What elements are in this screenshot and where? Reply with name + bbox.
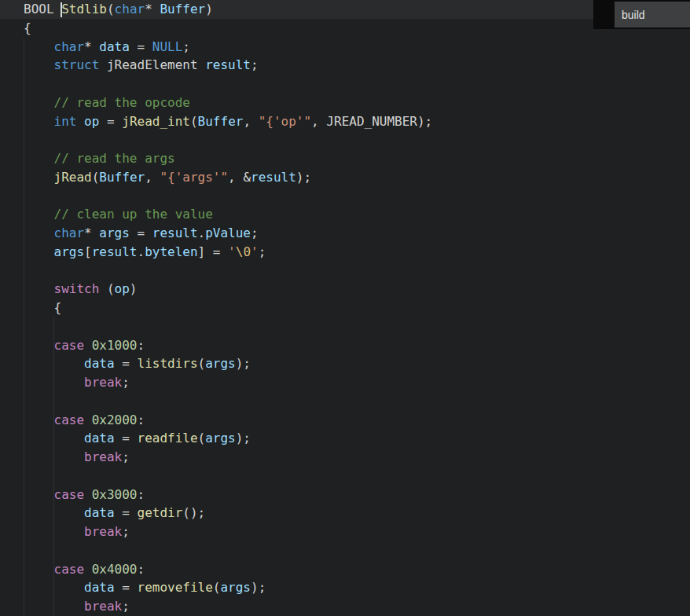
code-token: jRead_int [122,114,190,129]
code-line[interactable] [24,262,690,280]
code-token: ) [205,2,213,16]
code-token [24,412,54,427]
code-line[interactable]: case 0x4000: [24,560,690,579]
code-area[interactable]: BOOL Stdlib(char* Buffer){ char* data = … [0,0,690,616]
code-token: data [84,505,115,520]
code-token: args [54,244,85,259]
code-token [24,562,54,577]
code-token: // read the args [54,151,175,166]
code-token: "{'args'" [160,170,228,185]
code-token: case [54,412,85,427]
code-token: case [54,562,85,577]
code-token: data [84,356,115,371]
code-line[interactable] [24,467,690,486]
code-token: case [54,338,85,353]
code-line[interactable]: BOOL Stdlib(char* Buffer) [0,0,690,19]
code-token: Buffer [160,2,205,16]
code-line[interactable]: { [24,19,690,38]
code-token [24,207,54,222]
code-token: ; [251,226,259,240]
code-token [24,114,54,129]
code-token: : [138,412,145,427]
code-line[interactable]: break; [24,373,690,392]
code-token: result [152,226,198,240]
code-token [24,505,84,520]
code-token: args [99,226,130,240]
code-token: ( [198,431,206,446]
code-token: data [99,39,130,54]
code-line[interactable]: switch (op) [24,280,690,299]
code-line[interactable]: struct jReadElement result; [24,56,690,75]
code-token: JREAD_NUMBER [326,114,417,129]
code-token: getdir [138,505,183,520]
code-token [76,114,84,129]
code-token [84,487,92,502]
code-token: = [115,431,138,446]
code-line[interactable]: data = listdirs(args); [24,354,690,373]
code-line[interactable]: { [24,299,690,317]
code-token [84,562,92,577]
build-dropdown[interactable]: build [615,2,690,28]
code-line[interactable]: // clean up the value [24,205,690,224]
code-token: data [84,580,115,595]
code-token: Buffer [99,170,145,185]
code-line[interactable]: // read the opcode [24,94,690,112]
code-token: jReadElement [99,57,205,72]
code-token: bytelen [145,244,197,259]
code-token: 0x2000 [92,412,138,427]
code-line[interactable]: args[result.bytelen] = '\0'; [24,243,690,262]
code-token: Buffer [198,114,244,129]
code-token: * [84,39,99,54]
code-token: = [130,39,152,54]
code-token [24,57,54,72]
code-token: break [84,449,122,464]
code-token [24,599,84,614]
code-line[interactable]: data = removefile(args); [24,578,690,597]
code-token: ; [122,375,130,390]
code-line[interactable]: break; [24,522,690,541]
code-line[interactable]: break; [24,597,690,616]
code-token: , [145,170,160,185]
text-cursor [61,2,62,17]
code-line[interactable]: char* data = NULL; [24,38,690,57]
code-editor[interactable]: BOOL Stdlib(char* Buffer){ char* data = … [0,0,690,616]
code-line[interactable]: int op = jRead_int(Buffer, "{'op'", JREA… [24,112,690,131]
code-token: struct [54,57,100,72]
code-token: ' [251,244,259,259]
code-token [84,412,92,427]
code-line[interactable] [24,541,690,560]
code-token: , & [228,170,251,185]
code-token: char [115,2,145,16]
code-line[interactable]: data = getdir(); [24,504,690,522]
code-token: { [24,300,61,315]
code-token: op [115,281,130,296]
code-token [24,226,54,240]
code-line[interactable] [24,392,690,411]
code-token [24,356,84,371]
code-line[interactable]: case 0x1000: [24,336,690,355]
code-token [24,375,84,390]
code-token: op [84,114,99,129]
code-line[interactable] [24,75,690,94]
code-token: ) [130,281,138,296]
code-token: // read the opcode [54,95,190,110]
code-line[interactable]: break; [24,448,690,467]
code-line[interactable]: case 0x2000: [24,411,690,430]
code-token: NULL [152,39,183,54]
code-token: Stdlib [61,2,107,16]
code-token: = [115,580,138,595]
code-token: = [130,226,152,240]
code-token [24,487,54,502]
code-line[interactable] [24,187,690,206]
code-line[interactable]: char* args = result.pValue; [24,224,690,243]
code-line[interactable]: case 0x3000: [24,486,690,504]
code-line[interactable]: // read the args [24,149,690,168]
code-line[interactable]: jRead(Buffer, "{'args'", &result); [24,168,690,187]
code-line[interactable] [24,317,690,336]
code-token: case [54,487,85,502]
code-token [24,524,84,539]
code-line[interactable] [24,130,690,149]
code-line[interactable]: data = readfile(args); [24,429,690,448]
build-label: build [622,9,645,21]
code-token: // clean up the value [54,207,213,222]
